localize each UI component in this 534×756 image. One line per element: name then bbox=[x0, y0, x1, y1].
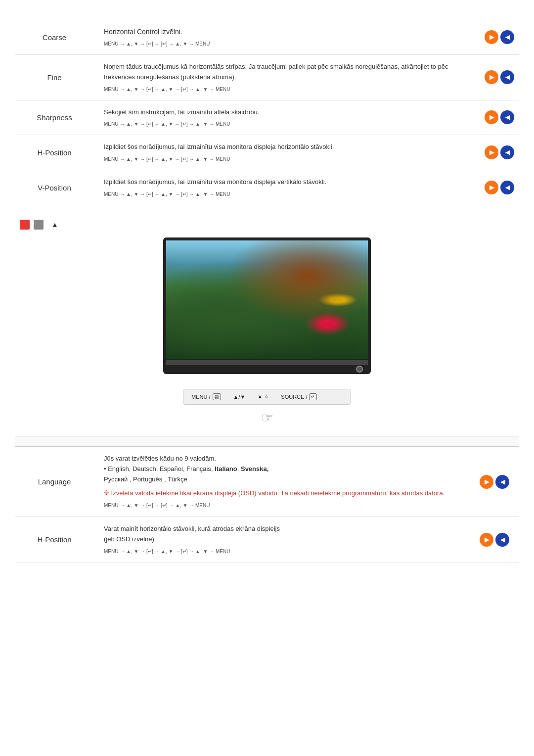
bottom-desc-1: Varat mainīt horizontālo stāvokli, kurā … bbox=[94, 517, 470, 563]
settings-buttons: ▶◀ bbox=[480, 170, 519, 205]
bottom-buttons: ▶◀ bbox=[470, 517, 519, 563]
osd-section-header: ▲ bbox=[20, 220, 519, 230]
menu-icon: ▤ bbox=[213, 393, 221, 400]
source-label: SOURCE / bbox=[281, 394, 307, 400]
source-icon: ↵ bbox=[309, 393, 317, 400]
settings-desc-3: Izpildiet šos norādījumus, lai izmainītu… bbox=[94, 135, 480, 170]
bottom-rows-container: LanguageJūs varat izvēlēties kādu no 9 v… bbox=[15, 447, 519, 563]
source-control: SOURCE / ↵ bbox=[281, 393, 317, 400]
osd-arrow: ▲ bbox=[51, 221, 58, 229]
menu-label: MENU / bbox=[191, 394, 211, 400]
btn-right[interactable]: ▶ bbox=[485, 70, 498, 84]
settings-label-sharpness: Sharpness bbox=[15, 100, 94, 135]
settings-label-hposition: H-Position bbox=[15, 135, 94, 170]
desc-line: • English, Deutsch, Español, Français, I… bbox=[104, 464, 460, 474]
settings-row: H-PositionIzpildiet šos norādījumus, lai… bbox=[15, 135, 519, 170]
monitor-image-container bbox=[15, 237, 519, 374]
btn-right[interactable]: ▶ bbox=[485, 145, 498, 159]
bottom-table-header bbox=[15, 436, 519, 447]
bottom-label-1: H-Position bbox=[15, 517, 94, 563]
monitor-power-button[interactable] bbox=[356, 366, 363, 373]
page: CoarseHorizontal Control izvēlni.MENU → … bbox=[0, 0, 534, 583]
desc-line: Русский , Português , Türkçe bbox=[104, 474, 460, 485]
settings-row: CoarseHorizontal Control izvēlni.MENU → … bbox=[15, 20, 519, 55]
btn-pair: ▶◀ bbox=[485, 181, 514, 194]
btn-pair: ▶◀ bbox=[485, 110, 514, 124]
settings-buttons: ▶◀ bbox=[480, 20, 519, 55]
osd-gray-box bbox=[34, 220, 44, 230]
menu-path: MENU → ▲, ▼ → [↵] → ▲, ▼ → [↵] → ▲, ▼ → … bbox=[104, 155, 470, 163]
btn-left[interactable]: ◀ bbox=[500, 145, 514, 159]
btn-left[interactable]: ◀ bbox=[500, 181, 514, 194]
bottom-desc-0: Jūs varat izvēlēties kādu no 9 valodām.•… bbox=[94, 447, 470, 517]
settings-desc-4: Izpildiet šos norādījumus, lai izmainītu… bbox=[94, 170, 480, 205]
settings-title: Horizontal Control izvēlni. bbox=[104, 27, 470, 37]
monitor-stand-bar bbox=[166, 360, 368, 365]
settings-body: Izpildiet šos norādījumus, lai izmainītu… bbox=[104, 142, 470, 152]
sun-control: ▲ ☆ bbox=[257, 393, 269, 400]
menu-path: MENU → ▲, ▼ → [↵] → ▲, ▼ → [↵] → ▲, ▼ → … bbox=[104, 120, 470, 128]
menu-path: MENU → ▲, ▼ → [↵] → ▲, ▼ → [↵] → ▲, ▼ → … bbox=[104, 548, 460, 556]
menu-path: MENU → ▲, ▼ → [↵] → [↵] → ▲, ▼ → MENU bbox=[104, 502, 460, 510]
btn-right[interactable]: ▶ bbox=[485, 110, 498, 124]
menu-path: MENU → ▲, ▼ → [↵] → ▲, ▼ → [↵] → ▲, ▼ → … bbox=[104, 190, 470, 198]
settings-row: FineNoņem tādus traucējumus kā horizontā… bbox=[15, 55, 519, 100]
bottom-row-0: LanguageJūs varat izvēlēties kādu no 9 v… bbox=[15, 447, 519, 517]
monitor-screen bbox=[166, 240, 368, 359]
sun-label: ▲ ☆ bbox=[257, 393, 269, 400]
menu-path: MENU → ▲, ▼ → [↵] → ▲, ▼ → [↵] → ▲, ▼ → … bbox=[104, 86, 470, 93]
bottom-label-0: Language bbox=[15, 447, 94, 517]
menu-control: MENU / ▤ bbox=[191, 393, 222, 400]
btn-pair: ▶◀ bbox=[485, 70, 514, 84]
settings-desc-1: Noņem tādus traucējumus kā horizontālās … bbox=[94, 55, 480, 100]
desc-line: Varat mainīt horizontālo stāvokli, kurā … bbox=[104, 524, 460, 534]
btn-right[interactable]: ▶ bbox=[480, 533, 493, 547]
bottom-buttons: ▶◀ bbox=[470, 447, 519, 517]
settings-buttons: ▶◀ bbox=[480, 100, 519, 135]
desc-line: (jeb OSD izvēlne). bbox=[104, 534, 460, 545]
btn-pair: ▶◀ bbox=[480, 533, 509, 547]
control-bar: MENU / ▤ ▲/▼ ▲ ☆ SOURCE / ↵ bbox=[183, 389, 351, 405]
settings-label-vposition: V-Position bbox=[15, 170, 94, 205]
btn-pair: ▶◀ bbox=[485, 145, 514, 159]
settings-buttons: ▶◀ bbox=[480, 135, 519, 170]
settings-label-fine: Fine bbox=[15, 55, 94, 100]
btn-left[interactable]: ◀ bbox=[495, 533, 509, 547]
settings-table: CoarseHorizontal Control izvēlni.MENU → … bbox=[15, 20, 519, 205]
btn-left[interactable]: ◀ bbox=[500, 70, 514, 84]
bottom-row-1: H-PositionVarat mainīt horizontālo stāvo… bbox=[15, 517, 519, 563]
hand-cursor-icon: ☞ bbox=[261, 410, 273, 426]
settings-buttons: ▶◀ bbox=[480, 55, 519, 100]
screen-garden bbox=[166, 240, 368, 359]
brightness-control: ▲/▼ bbox=[233, 394, 246, 400]
note: ※ Izvēlētā valoda ietekmē tikai ekrāna d… bbox=[104, 488, 460, 499]
desc-line: Jūs varat izvēlēties kādu no 9 valodām. bbox=[104, 454, 460, 464]
btn-right[interactable]: ▶ bbox=[480, 475, 493, 489]
menu-path: MENU → ▲, ▼ → [↵] → [↵] → ▲, ▼ → MENU bbox=[104, 40, 470, 47]
btn-left[interactable]: ◀ bbox=[500, 30, 514, 44]
settings-row: SharpnessSekojiet šīm instrukcijām, lai … bbox=[15, 100, 519, 135]
btn-left[interactable]: ◀ bbox=[495, 475, 509, 489]
brightness-icon: ▲/▼ bbox=[233, 394, 246, 400]
settings-body: Izpildiet šos norādījumus, lai izmainītu… bbox=[104, 177, 470, 188]
settings-label-coarse: Coarse bbox=[15, 20, 94, 55]
btn-pair: ▶◀ bbox=[480, 475, 509, 489]
control-bar-container: MENU / ▤ ▲/▼ ▲ ☆ SOURCE / ↵ bbox=[15, 389, 519, 405]
settings-desc-0: Horizontal Control izvēlni.MENU → ▲, ▼ →… bbox=[94, 20, 480, 55]
settings-desc-2: Sekojiet šīm instrukcijām, lai izmainītu… bbox=[94, 100, 480, 135]
settings-row: V-PositionIzpildiet šos norādījumus, lai… bbox=[15, 170, 519, 205]
btn-pair: ▶◀ bbox=[485, 30, 514, 44]
settings-body: Sekojiet šīm instrukcijām, lai izmainītu… bbox=[104, 107, 470, 118]
btn-right[interactable]: ▶ bbox=[485, 30, 498, 44]
osd-red-box bbox=[20, 220, 30, 230]
settings-body: Noņem tādus traucējumus kā horizontālās … bbox=[104, 62, 470, 83]
monitor-frame bbox=[163, 237, 371, 374]
btn-right[interactable]: ▶ bbox=[485, 181, 498, 194]
btn-left[interactable]: ◀ bbox=[500, 110, 514, 124]
